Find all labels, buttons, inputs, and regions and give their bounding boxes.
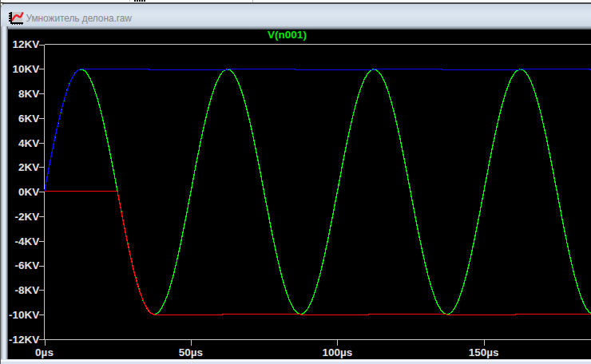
svg-text:0µs: 0µs: [35, 346, 54, 358]
svg-text:8KV: 8KV: [18, 88, 39, 100]
svg-text:100µs: 100µs: [322, 346, 352, 358]
svg-text:-2KV: -2KV: [14, 211, 39, 223]
svg-text:V(n001): V(n001): [268, 29, 307, 41]
svg-text:-10KV: -10KV: [9, 309, 39, 321]
svg-text:0KV: 0KV: [18, 186, 39, 198]
svg-text:10KV: 10KV: [12, 63, 39, 75]
svg-text:-12KV: -12KV: [9, 334, 39, 346]
svg-text:-6KV: -6KV: [14, 259, 39, 271]
svg-text:6KV: 6KV: [18, 113, 39, 125]
svg-text:-8KV: -8KV: [14, 284, 39, 296]
svg-text:150µs: 150µs: [469, 346, 499, 358]
svg-text:50µs: 50µs: [179, 346, 203, 358]
svg-text:2KV: 2KV: [18, 161, 39, 173]
svg-text:-4KV: -4KV: [14, 235, 39, 247]
svg-text:4KV: 4KV: [18, 137, 39, 149]
svg-text:12KV: 12KV: [12, 38, 39, 50]
